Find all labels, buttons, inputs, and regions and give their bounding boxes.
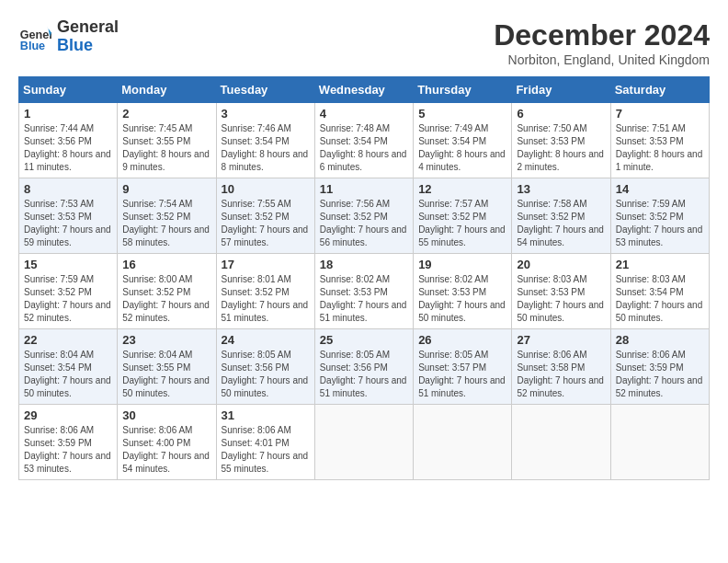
day-info: Sunrise: 7:44 AMSunset: 3:56 PMDaylight:…: [24, 122, 112, 174]
day-number: 29: [24, 408, 112, 422]
day-info: Sunrise: 7:49 AMSunset: 3:54 PMDaylight:…: [418, 122, 506, 174]
calendar-cell: 30Sunrise: 8:06 AMSunset: 4:00 PMDayligh…: [118, 405, 216, 480]
calendar-cell: 4Sunrise: 7:48 AMSunset: 3:54 PMDaylight…: [314, 103, 413, 178]
day-number: 27: [517, 333, 605, 347]
day-info: Sunrise: 8:02 AMSunset: 3:53 PMDaylight:…: [320, 273, 408, 325]
calendar-cell: 2Sunrise: 7:45 AMSunset: 3:55 PMDaylight…: [118, 103, 216, 178]
calendar-cell: 9Sunrise: 7:54 AMSunset: 3:52 PMDaylight…: [118, 178, 216, 254]
day-info: Sunrise: 7:51 AMSunset: 3:53 PMDaylight:…: [616, 122, 704, 174]
logo-icon: General Blue: [18, 20, 51, 53]
calendar-table: SundayMondayTuesdayWednesdayThursdayFrid…: [18, 76, 710, 480]
day-number: 31: [222, 408, 310, 422]
day-info: Sunrise: 8:00 AMSunset: 3:52 PMDaylight:…: [122, 273, 210, 325]
calendar-cell: [414, 405, 512, 480]
day-number: 1: [24, 107, 112, 121]
day-info: Sunrise: 8:06 AMSunset: 4:00 PMDaylight:…: [122, 424, 210, 476]
day-info: Sunrise: 7:48 AMSunset: 3:54 PMDaylight:…: [320, 122, 408, 174]
day-number: 2: [122, 107, 210, 121]
day-info: Sunrise: 8:04 AMSunset: 3:55 PMDaylight:…: [122, 349, 210, 400]
day-number: 12: [418, 182, 506, 196]
calendar-cell: 17Sunrise: 8:01 AMSunset: 3:52 PMDayligh…: [216, 254, 314, 329]
weekday-header-thursday: Thursday: [414, 77, 512, 103]
day-info: Sunrise: 7:46 AMSunset: 3:54 PMDaylight:…: [222, 122, 310, 174]
calendar-cell: 18Sunrise: 8:02 AMSunset: 3:53 PMDayligh…: [314, 254, 413, 329]
day-number: 24: [222, 333, 310, 347]
day-number: 15: [24, 258, 112, 271]
calendar-cell: 5Sunrise: 7:49 AMSunset: 3:54 PMDaylight…: [414, 103, 512, 178]
logo-text: GeneralBlue: [57, 18, 119, 55]
day-info: Sunrise: 7:50 AMSunset: 3:53 PMDaylight:…: [517, 122, 605, 174]
day-info: Sunrise: 7:53 AMSunset: 3:53 PMDaylight:…: [24, 198, 112, 249]
calendar-cell: 16Sunrise: 8:00 AMSunset: 3:52 PMDayligh…: [118, 254, 216, 329]
calendar-cell: [314, 405, 413, 480]
calendar-cell: 3Sunrise: 7:46 AMSunset: 3:54 PMDaylight…: [216, 103, 314, 178]
weekday-header-friday: Friday: [512, 77, 610, 103]
calendar-cell: 15Sunrise: 7:59 AMSunset: 3:52 PMDayligh…: [19, 254, 118, 329]
calendar-cell: 22Sunrise: 8:04 AMSunset: 3:54 PMDayligh…: [19, 329, 118, 405]
day-info: Sunrise: 8:04 AMSunset: 3:54 PMDaylight:…: [24, 349, 112, 400]
week-row-1: 1Sunrise: 7:44 AMSunset: 3:56 PMDaylight…: [19, 103, 710, 178]
day-info: Sunrise: 8:05 AMSunset: 3:56 PMDaylight:…: [222, 349, 310, 400]
day-number: 16: [122, 258, 210, 271]
day-number: 30: [122, 408, 210, 422]
day-info: Sunrise: 8:05 AMSunset: 3:57 PMDaylight:…: [418, 349, 506, 400]
day-info: Sunrise: 8:06 AMSunset: 3:58 PMDaylight:…: [517, 349, 605, 400]
calendar-cell: 20Sunrise: 8:03 AMSunset: 3:53 PMDayligh…: [512, 254, 610, 329]
day-number: 9: [122, 182, 210, 196]
day-number: 28: [616, 333, 704, 347]
calendar-cell: 6Sunrise: 7:50 AMSunset: 3:53 PMDaylight…: [512, 103, 610, 178]
week-row-4: 22Sunrise: 8:04 AMSunset: 3:54 PMDayligh…: [19, 329, 710, 405]
day-info: Sunrise: 8:02 AMSunset: 3:53 PMDaylight:…: [418, 273, 506, 325]
day-info: Sunrise: 7:58 AMSunset: 3:52 PMDaylight:…: [517, 198, 605, 249]
day-number: 10: [222, 182, 310, 196]
calendar-cell: 25Sunrise: 8:05 AMSunset: 3:56 PMDayligh…: [314, 329, 413, 405]
day-number: 20: [517, 258, 605, 271]
calendar-cell: 28Sunrise: 8:06 AMSunset: 3:59 PMDayligh…: [610, 329, 709, 405]
calendar-cell: 7Sunrise: 7:51 AMSunset: 3:53 PMDaylight…: [610, 103, 709, 178]
calendar-cell: 10Sunrise: 7:55 AMSunset: 3:52 PMDayligh…: [216, 178, 314, 254]
day-info: Sunrise: 7:59 AMSunset: 3:52 PMDaylight:…: [616, 198, 704, 249]
page-header: General Blue GeneralBlue December 2024 N…: [18, 18, 710, 67]
logo: General Blue GeneralBlue: [18, 18, 119, 55]
day-number: 25: [320, 333, 408, 347]
calendar-cell: [512, 405, 610, 480]
calendar-cell: 23Sunrise: 8:04 AMSunset: 3:55 PMDayligh…: [118, 329, 216, 405]
calendar-cell: 24Sunrise: 8:05 AMSunset: 3:56 PMDayligh…: [216, 329, 314, 405]
title-block: December 2024 Norbiton, England, United …: [494, 18, 710, 67]
day-info: Sunrise: 7:55 AMSunset: 3:52 PMDaylight:…: [222, 198, 310, 249]
day-info: Sunrise: 7:54 AMSunset: 3:52 PMDaylight:…: [122, 198, 210, 249]
location: Norbiton, England, United Kingdom: [494, 52, 710, 67]
calendar-cell: 19Sunrise: 8:02 AMSunset: 3:53 PMDayligh…: [414, 254, 512, 329]
calendar-cell: 8Sunrise: 7:53 AMSunset: 3:53 PMDaylight…: [19, 178, 118, 254]
day-info: Sunrise: 8:03 AMSunset: 3:53 PMDaylight:…: [517, 273, 605, 325]
day-number: 11: [320, 182, 408, 196]
month-title: December 2024: [494, 18, 710, 52]
calendar-cell: [610, 405, 709, 480]
day-number: 14: [616, 182, 704, 196]
day-number: 8: [24, 182, 112, 196]
calendar-cell: 1Sunrise: 7:44 AMSunset: 3:56 PMDaylight…: [19, 103, 118, 178]
day-info: Sunrise: 8:06 AMSunset: 3:59 PMDaylight:…: [24, 424, 112, 476]
day-info: Sunrise: 8:03 AMSunset: 3:54 PMDaylight:…: [616, 273, 704, 325]
day-number: 22: [24, 333, 112, 347]
weekday-header-sunday: Sunday: [19, 77, 118, 103]
day-number: 6: [517, 107, 605, 121]
day-info: Sunrise: 8:06 AMSunset: 4:01 PMDaylight:…: [222, 424, 310, 476]
day-number: 4: [320, 107, 408, 121]
calendar-cell: 14Sunrise: 7:59 AMSunset: 3:52 PMDayligh…: [610, 178, 709, 254]
day-number: 7: [616, 107, 704, 121]
weekday-header-row: SundayMondayTuesdayWednesdayThursdayFrid…: [19, 77, 710, 103]
day-info: Sunrise: 7:45 AMSunset: 3:55 PMDaylight:…: [122, 122, 210, 174]
svg-text:Blue: Blue: [20, 40, 45, 52]
weekday-header-saturday: Saturday: [610, 77, 709, 103]
weekday-header-monday: Monday: [118, 77, 216, 103]
calendar-cell: 12Sunrise: 7:57 AMSunset: 3:52 PMDayligh…: [414, 178, 512, 254]
week-row-3: 15Sunrise: 7:59 AMSunset: 3:52 PMDayligh…: [19, 254, 710, 329]
calendar-cell: 31Sunrise: 8:06 AMSunset: 4:01 PMDayligh…: [216, 405, 314, 480]
week-row-5: 29Sunrise: 8:06 AMSunset: 3:59 PMDayligh…: [19, 405, 710, 480]
week-row-2: 8Sunrise: 7:53 AMSunset: 3:53 PMDaylight…: [19, 178, 710, 254]
day-number: 18: [320, 258, 408, 271]
day-number: 19: [418, 258, 506, 271]
calendar-cell: 11Sunrise: 7:56 AMSunset: 3:52 PMDayligh…: [314, 178, 413, 254]
day-number: 17: [222, 258, 310, 271]
